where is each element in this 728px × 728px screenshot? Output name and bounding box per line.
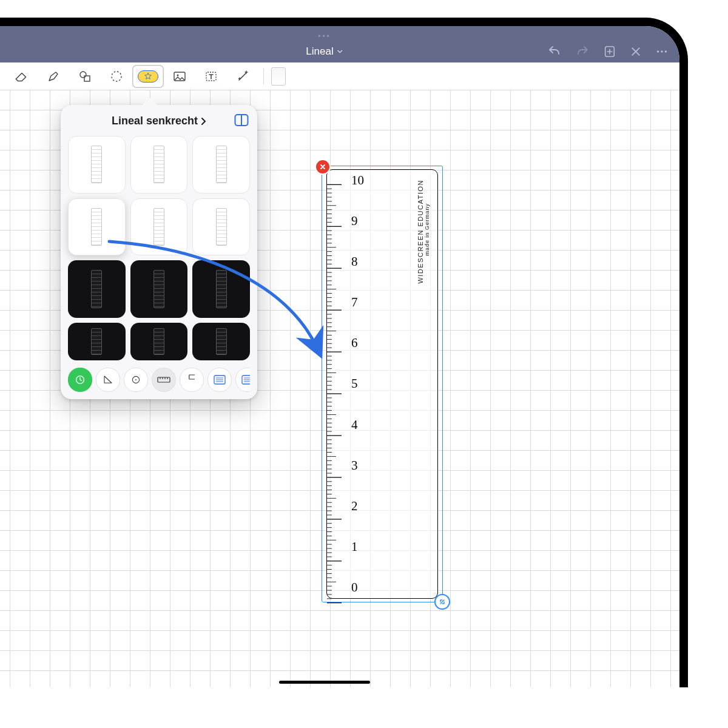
category-circle[interactable] <box>124 368 148 392</box>
stamp-option[interactable] <box>130 260 188 318</box>
category-recent[interactable] <box>68 368 92 392</box>
chevron-down-icon <box>337 49 343 55</box>
text-tool[interactable] <box>195 65 227 88</box>
stamp-option[interactable] <box>68 260 126 318</box>
ruler-number: 2 <box>351 499 364 514</box>
popover-title[interactable]: Lineal senkrecht <box>112 115 206 127</box>
ruler-number: 3 <box>351 458 364 473</box>
lined-icon <box>241 375 250 385</box>
ruler-number: 8 <box>351 254 364 269</box>
home-indicator[interactable] <box>279 681 370 684</box>
multitask-dots[interactable]: ••• <box>318 32 331 41</box>
popover-title-label: Lineal senkrecht <box>112 115 198 127</box>
stamp-option[interactable] <box>192 198 250 256</box>
ruler-scale: 012345678910 <box>351 173 364 595</box>
stamp-option[interactable] <box>68 323 126 360</box>
delete-object-button[interactable] <box>315 159 331 175</box>
category-footer <box>68 360 250 392</box>
stamp-option[interactable] <box>192 260 250 318</box>
redo-button[interactable] <box>575 44 590 59</box>
svg-point-8 <box>177 74 179 76</box>
stamp-option-selected[interactable] <box>68 198 126 256</box>
stamps-popover: Lineal senkrecht <box>61 105 257 399</box>
stamp-option[interactable] <box>130 136 188 194</box>
stamps-grid <box>68 136 250 360</box>
stamp-option[interactable] <box>130 198 188 256</box>
ruler-number: 5 <box>351 376 364 391</box>
shapes-tool[interactable] <box>69 65 101 88</box>
ruler-object[interactable]: // draw ticks via DOM after load in late… <box>322 166 443 602</box>
svg-point-1 <box>657 50 659 52</box>
document-title-label: Lineal <box>306 46 333 58</box>
protractor-icon <box>130 374 141 385</box>
toolbar <box>0 62 679 90</box>
ruler-number: 1 <box>351 539 364 554</box>
category-lined-alt[interactable] <box>235 368 250 392</box>
split-view-button[interactable] <box>234 113 249 129</box>
ruler-number: 7 <box>351 295 364 310</box>
svg-point-3 <box>665 50 667 52</box>
ruler-number: 4 <box>351 417 364 433</box>
eraser-tool[interactable] <box>6 65 38 88</box>
svg-rect-116 <box>158 377 170 382</box>
resize-icon <box>439 598 446 605</box>
star-icon <box>144 72 152 81</box>
ruler-number: 6 <box>351 335 364 351</box>
ruler-brand: WIDESCREEN EDUCATION made in Germany <box>417 180 430 284</box>
undo-button[interactable] <box>547 44 562 59</box>
more-button[interactable] <box>655 45 669 58</box>
triangle-icon <box>103 374 113 385</box>
toolbar-divider <box>263 69 264 84</box>
ruler-h-icon <box>157 377 170 383</box>
svg-point-6 <box>112 72 121 81</box>
stamp-option[interactable] <box>192 136 250 194</box>
category-triangle[interactable] <box>96 368 120 392</box>
lasso-tool[interactable] <box>101 65 132 88</box>
ruler-ticks <box>327 180 348 608</box>
category-lined[interactable] <box>207 368 232 392</box>
pen-tool[interactable] <box>0 65 6 88</box>
page-thumbnail[interactable] <box>271 67 286 86</box>
magic-tool[interactable] <box>227 65 258 88</box>
close-icon <box>320 164 326 170</box>
stamps-tool[interactable] <box>132 65 164 88</box>
add-page-button[interactable] <box>603 45 616 58</box>
svg-point-115 <box>135 379 136 380</box>
clock-icon <box>75 374 86 385</box>
chevron-right-icon <box>200 117 206 126</box>
split-icon <box>234 113 249 127</box>
ruler-number: 10 <box>351 173 364 188</box>
lined-icon <box>214 375 226 385</box>
stamp-option[interactable] <box>192 323 250 360</box>
titlebar: ••• Lineal <box>0 26 679 62</box>
svg-point-2 <box>661 50 662 52</box>
highlighter-tool[interactable] <box>38 65 69 88</box>
document-title[interactable]: Lineal <box>306 46 343 58</box>
resize-handle[interactable] <box>434 594 450 610</box>
close-button[interactable] <box>630 46 642 58</box>
image-tool[interactable] <box>164 65 195 88</box>
device-frame: ••• Lineal <box>0 18 688 687</box>
ruler-number: 0 <box>351 580 364 595</box>
category-ruler-v[interactable] <box>180 368 204 392</box>
stamp-option[interactable] <box>130 323 188 360</box>
stamp-option[interactable] <box>68 136 126 194</box>
ruler-number: 9 <box>351 214 364 229</box>
svg-point-4 <box>80 72 86 78</box>
ruler-body: // draw ticks via DOM after load in late… <box>326 169 438 599</box>
category-ruler-h[interactable] <box>152 368 176 392</box>
